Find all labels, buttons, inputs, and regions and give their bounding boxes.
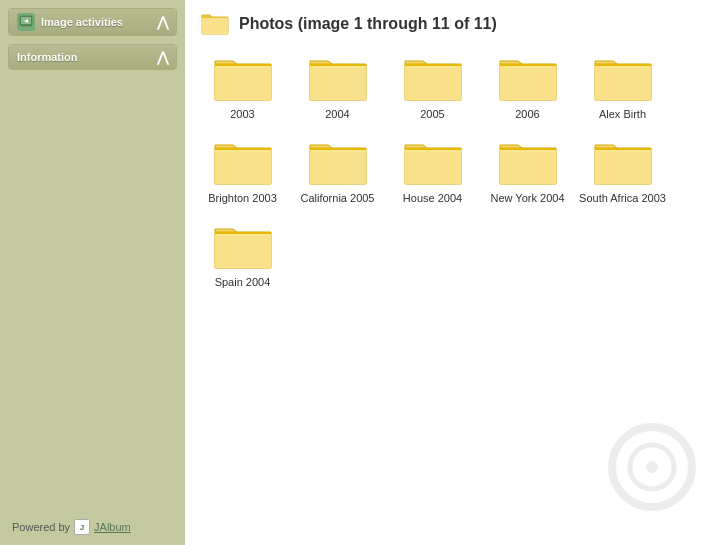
folder-label: Brighton 2003 (208, 192, 277, 204)
folder-item[interactable]: South Africa 2003 (575, 128, 670, 212)
folder-icon (403, 52, 463, 104)
folder-item[interactable]: New York 2004 (480, 128, 575, 212)
folder-label: Spain 2004 (215, 276, 271, 288)
folder-icon (213, 52, 273, 104)
page-title: Photos (image 1 through 11 of 11) (239, 15, 497, 33)
folder-item[interactable]: 2003 (195, 44, 290, 128)
folder-label: 2005 (420, 108, 444, 120)
sidebar-footer: Powered by J JAlbum (8, 511, 177, 545)
folder-item[interactable]: Alex Birth (575, 44, 670, 128)
image-activities-collapse-icon[interactable]: ⋀ (157, 14, 168, 30)
folder-label: Alex Birth (599, 108, 646, 120)
folder-icon (308, 136, 368, 188)
image-activities-icon (17, 13, 35, 31)
folder-label: South Africa 2003 (579, 192, 666, 204)
sidebar-header-left: Image activities (17, 13, 123, 31)
sidebar-information-title: Information (17, 51, 78, 63)
folder-label: California 2005 (301, 192, 375, 204)
folder-label: 2003 (230, 108, 254, 120)
svg-point-5 (646, 461, 658, 473)
folder-icon (498, 136, 558, 188)
sidebar-information-header[interactable]: Information ⋀ (9, 45, 176, 69)
watermark (607, 422, 697, 515)
jalbum-label[interactable]: JAlbum (94, 521, 131, 533)
main-content: Photos (image 1 through 11 of 11) 2003 2… (185, 0, 727, 545)
folder-item[interactable]: California 2005 (290, 128, 385, 212)
sidebar: Image activities ⋀ Information ⋀ Powered… (0, 0, 185, 545)
header-folder-icon (201, 12, 229, 36)
folder-label: New York 2004 (491, 192, 565, 204)
powered-by-label: Powered by (12, 521, 70, 533)
folder-label: 2006 (515, 108, 539, 120)
folder-item[interactable]: 2006 (480, 44, 575, 128)
sidebar-image-activities-header[interactable]: Image activities ⋀ (9, 9, 176, 35)
folder-item[interactable]: Brighton 2003 (195, 128, 290, 212)
sidebar-image-activities-section: Image activities ⋀ (8, 8, 177, 36)
sidebar-information-section: Information ⋀ (8, 44, 177, 70)
information-collapse-icon[interactable]: ⋀ (157, 49, 168, 65)
folder-item[interactable]: 2005 (385, 44, 480, 128)
folder-item[interactable]: House 2004 (385, 128, 480, 212)
folder-icon (498, 52, 558, 104)
folder-label: 2004 (325, 108, 349, 120)
main-header: Photos (image 1 through 11 of 11) (185, 0, 727, 44)
folder-icon (308, 52, 368, 104)
folder-item[interactable]: 2004 (290, 44, 385, 128)
folder-item[interactable]: Spain 2004 (195, 212, 290, 296)
sidebar-image-activities-title: Image activities (41, 16, 123, 28)
folder-label: House 2004 (403, 192, 462, 204)
folder-icon (213, 136, 273, 188)
jalbum-logo-icon: J (74, 519, 90, 535)
folder-icon (213, 220, 273, 272)
sidebar-info-header-left: Information (17, 51, 78, 63)
folders-grid: 2003 2004 2005 (185, 44, 727, 306)
folder-icon (593, 136, 653, 188)
folder-icon (593, 52, 653, 104)
folder-icon (403, 136, 463, 188)
